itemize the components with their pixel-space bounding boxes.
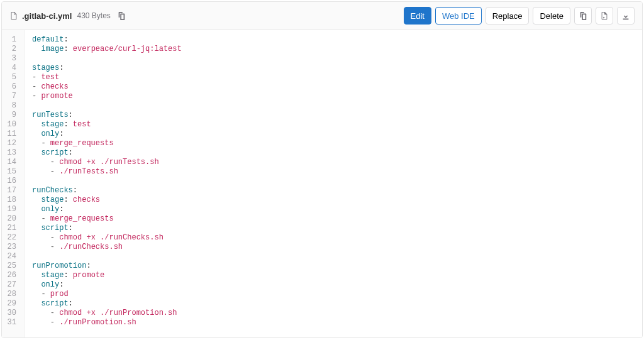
code-line: script:	[32, 299, 182, 309]
delete-button[interactable]: Delete	[533, 7, 570, 25]
line-number[interactable]: 2	[4, 45, 19, 54]
code-line: only:	[32, 129, 182, 139]
web-ide-button[interactable]: Web IDE	[435, 7, 482, 25]
line-number[interactable]: 21	[4, 224, 19, 233]
code-line: - checks	[32, 82, 182, 92]
filename: .gitlab-ci.yml	[22, 11, 72, 21]
code-line: - merge_requests	[32, 139, 182, 148]
code-line: runTests:	[32, 111, 182, 120]
file-panel: .gitlab-ci.yml 430 Bytes Edit Web IDE Re…	[1, 1, 643, 338]
line-number[interactable]: 6	[4, 82, 19, 92]
line-number[interactable]: 27	[4, 280, 19, 290]
replace-button[interactable]: Replace	[486, 7, 530, 25]
code-line: script:	[32, 224, 182, 233]
line-number[interactable]: 18	[4, 195, 19, 205]
code-line: runChecks:	[32, 186, 182, 195]
line-number[interactable]: 13	[4, 148, 19, 158]
code-line: - promote	[32, 92, 182, 101]
line-number[interactable]: 15	[4, 167, 19, 177]
file-icon	[9, 11, 18, 20]
code-line: default:	[32, 35, 182, 45]
code-line: only:	[32, 280, 182, 290]
header-actions: Edit Web IDE Replace Delete	[404, 7, 635, 25]
code-line: only:	[32, 205, 182, 214]
raw-file-icon[interactable]	[596, 7, 613, 25]
line-number[interactable]: 23	[4, 243, 19, 252]
line-number[interactable]: 9	[4, 111, 19, 120]
code-line: - test	[32, 73, 182, 82]
line-number[interactable]: 3	[4, 54, 19, 63]
code-line: stage: test	[32, 120, 182, 129]
line-number[interactable]: 5	[4, 73, 19, 82]
line-number[interactable]: 14	[4, 158, 19, 167]
line-number[interactable]: 25	[4, 261, 19, 271]
code-line: - chmod +x ./runTests.sh	[32, 158, 182, 167]
code-line: stage: promote	[32, 271, 182, 280]
line-number[interactable]: 1	[4, 35, 19, 45]
code-line: - merge_requests	[32, 214, 182, 224]
line-number[interactable]: 31	[4, 318, 19, 327]
code-line	[32, 177, 182, 186]
line-number[interactable]: 4	[4, 63, 19, 73]
download-icon[interactable]	[617, 7, 635, 25]
code-line: stage: checks	[32, 195, 182, 205]
code-line: - ./runPromotion.sh	[32, 318, 182, 327]
line-number[interactable]: 19	[4, 205, 19, 214]
code-content: default: image: everpeace/curl-jq:latest…	[25, 30, 189, 337]
code-line: - ./runChecks.sh	[32, 243, 182, 252]
line-number[interactable]: 20	[4, 214, 19, 224]
copy-path-icon[interactable]	[114, 9, 128, 23]
code-line	[32, 54, 182, 63]
line-number[interactable]: 22	[4, 233, 19, 243]
code-line	[32, 252, 182, 261]
code-line: script:	[32, 148, 182, 158]
line-number[interactable]: 24	[4, 252, 19, 261]
code-viewer[interactable]: 1234567891011121314151617181920212223242…	[2, 30, 642, 337]
code-line: - chmod +x ./runChecks.sh	[32, 233, 182, 243]
code-line	[32, 101, 182, 111]
line-number[interactable]: 8	[4, 101, 19, 111]
file-header: .gitlab-ci.yml 430 Bytes Edit Web IDE Re…	[2, 2, 642, 30]
line-number[interactable]: 7	[4, 92, 19, 101]
line-number[interactable]: 10	[4, 120, 19, 129]
code-line: image: everpeace/curl-jq:latest	[32, 45, 182, 54]
code-line: - ./runTests.sh	[32, 167, 182, 177]
line-number[interactable]: 12	[4, 139, 19, 148]
code-line: - prod	[32, 290, 182, 299]
code-line: stages:	[32, 63, 182, 73]
edit-button[interactable]: Edit	[404, 7, 431, 25]
line-number[interactable]: 28	[4, 290, 19, 299]
line-number[interactable]: 30	[4, 309, 19, 318]
line-number[interactable]: 17	[4, 186, 19, 195]
filesize: 430 Bytes	[77, 11, 110, 20]
copy-contents-icon[interactable]	[574, 7, 592, 25]
line-number[interactable]: 29	[4, 299, 19, 309]
code-line: runPromotion:	[32, 261, 182, 271]
code-line: - chmod +x ./runPromotion.sh	[32, 309, 182, 318]
line-number[interactable]: 26	[4, 271, 19, 280]
line-number[interactable]: 16	[4, 177, 19, 186]
line-number[interactable]: 11	[4, 129, 19, 139]
line-number-gutter: 1234567891011121314151617181920212223242…	[2, 30, 25, 337]
